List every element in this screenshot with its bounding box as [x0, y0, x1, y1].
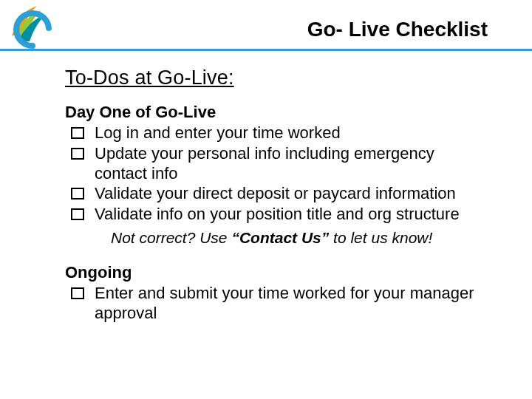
logo-icon — [7, 3, 53, 49]
slide-header: Go- Live Checklist — [0, 0, 532, 52]
day-one-note: Not correct? Use “Contact Us” to let us … — [111, 229, 485, 247]
list-item-text: Validate info on your position title and… — [95, 205, 485, 225]
list-item: Log in and enter your time worked — [65, 123, 485, 143]
list-item: Update your personal info including emer… — [65, 144, 485, 184]
main-content: To-Dos at Go-Live: Day One of Go-Live Lo… — [0, 52, 532, 324]
header-divider — [0, 49, 532, 51]
note-suffix: to let us know! — [329, 229, 432, 246]
day-one-checklist: Log in and enter your time worked Update… — [65, 123, 485, 225]
ongoing-heading: Ongoing — [65, 263, 485, 282]
quote-close: ” — [321, 229, 330, 246]
checkbox-icon — [71, 287, 84, 299]
quote-open: “ — [231, 229, 239, 246]
list-item: Validate your direct deposit or paycard … — [65, 184, 485, 204]
checkbox-icon — [71, 148, 84, 160]
note-prefix: Not correct? Use — [111, 229, 231, 246]
list-item-text: Validate your direct deposit or paycard … — [95, 184, 485, 204]
list-item-text: Update your personal info including emer… — [95, 144, 485, 184]
list-item-text: Log in and enter your time worked — [95, 123, 485, 143]
page-title: Go- Live Checklist — [307, 18, 488, 41]
checkbox-icon — [71, 127, 84, 139]
note-emph: Contact Us — [239, 229, 321, 246]
ongoing-checklist: Enter and submit your time worked for yo… — [65, 284, 485, 324]
list-item: Enter and submit your time worked for yo… — [65, 284, 485, 324]
list-item-text: Enter and submit your time worked for yo… — [95, 284, 485, 324]
section-title: To-Dos at Go-Live: — [65, 66, 485, 89]
checkbox-icon — [71, 208, 84, 220]
list-item: Validate info on your position title and… — [65, 205, 485, 225]
day-one-heading: Day One of Go-Live — [65, 103, 485, 122]
checkbox-icon — [71, 188, 84, 200]
